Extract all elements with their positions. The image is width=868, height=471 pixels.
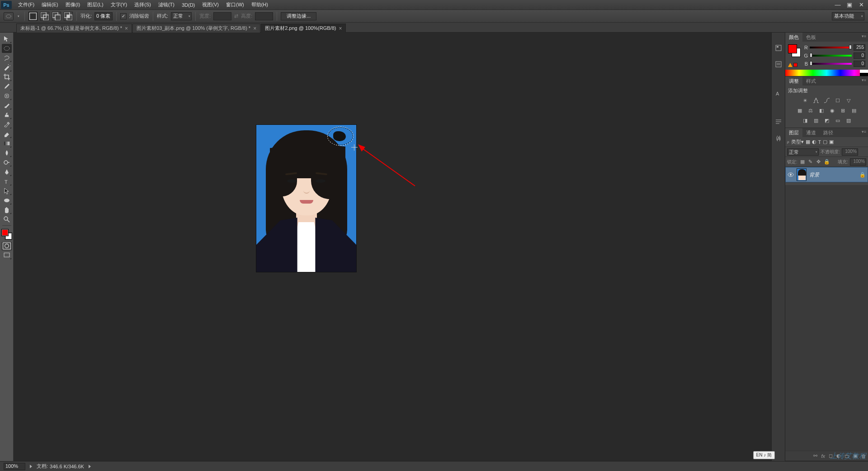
layer-fx-icon[interactable]: fx [821,453,825,459]
color-spectrum[interactable] [785,70,868,76]
layer-name[interactable]: 背景 [809,171,857,178]
b-slider[interactable] [810,62,852,66]
color-lookup-icon[interactable]: ▤ [850,107,858,114]
selection-mode-intersect[interactable] [64,12,73,21]
hue-saturation-icon[interactable]: ▦ [796,107,804,114]
crop-tool[interactable] [2,72,12,81]
document-tab[interactable]: 图片素材03_副本.png @ 100% (举例文字, RGB/8) *× [132,24,260,33]
new-group-icon[interactable]: 🗀 [844,453,849,459]
new-adjustment-icon[interactable]: ◐ [836,453,841,459]
layer-visibility-toggle[interactable] [788,171,794,178]
window-minimize-button[interactable]: — [832,1,844,9]
color-tab[interactable]: 颜色 [785,33,802,42]
paragraph-panel-icon[interactable] [774,118,783,127]
g-value[interactable]: 0 [854,52,865,59]
magic-wand-tool[interactable] [2,63,12,72]
menu-file[interactable]: 文件(F) [14,0,38,10]
pen-tool[interactable] [2,167,12,176]
elliptical-marquee-tool[interactable] [2,44,12,53]
blur-tool[interactable] [2,148,12,157]
lock-image-icon[interactable]: ✎ [807,159,814,165]
selection-mode-new[interactable] [28,12,38,21]
zoom-tool[interactable] [2,215,12,224]
info-panel-icon[interactable]: A [774,134,783,143]
character-panel-icon[interactable]: A [774,89,783,98]
layers-tab[interactable]: 图层 [785,128,802,137]
selective-color-icon[interactable]: ▧ [844,117,853,124]
delete-layer-icon[interactable]: 🗑 [861,453,866,459]
blend-mode-select[interactable]: 正常▾ [787,148,819,156]
g-slider[interactable] [810,53,852,58]
foreground-background-color[interactable] [1,229,12,240]
window-maximize-button[interactable]: ▣ [844,1,855,9]
b-value[interactable]: 0 [854,61,865,67]
posterize-icon[interactable]: ▥ [812,117,820,124]
screen-mode-toggle[interactable] [2,251,12,260]
lock-position-icon[interactable]: ✥ [816,159,822,165]
swatches-tab[interactable]: 色板 [802,33,820,42]
panel-menu-icon[interactable]: ▾≡ [862,34,866,38]
hand-tool[interactable] [2,205,12,214]
healing-brush-tool[interactable] [2,91,12,100]
menu-select[interactable]: 选择(S) [131,0,155,10]
menu-view[interactable]: 视图(V) [198,0,222,10]
type-tool[interactable]: T [2,177,12,186]
adjustments-tab[interactable]: 调整 [785,76,802,86]
panel-menu-icon[interactable]: ▾≡ [862,129,866,134]
lock-all-icon[interactable]: 🔒 [824,159,830,165]
levels-icon[interactable] [812,97,820,104]
brightness-contrast-icon[interactable]: ☀ [801,97,809,104]
tool-preset-dropdown[interactable]: ▾ [16,12,21,20]
tab-close-icon[interactable]: × [339,25,342,32]
fill-input[interactable]: 100% [850,158,866,166]
clone-stamp-tool[interactable] [2,110,12,119]
black-white-icon[interactable]: ◧ [817,107,826,114]
channels-tab[interactable]: 通道 [802,128,820,137]
doc-info-flyout-icon[interactable] [89,465,91,468]
selection-mode-subtract[interactable] [52,12,61,21]
feather-input[interactable]: 0 像素 [94,12,113,20]
web-safe-warning-icon[interactable] [793,63,797,67]
color-balance-icon[interactable]: ⚖ [807,107,815,114]
menu-3d[interactable]: 3D(D) [178,1,198,9]
photo-filter-icon[interactable]: ◉ [828,107,836,114]
panel-menu-icon[interactable]: ▾≡ [862,78,866,82]
history-panel-icon[interactable] [774,43,783,52]
filter-adjust-icon[interactable]: ◐ [812,139,816,145]
threshold-icon[interactable]: ◩ [823,117,831,124]
opacity-input[interactable]: 100% [842,148,858,156]
antialias-checkbox[interactable]: ✓ [120,13,127,19]
tab-close-icon[interactable]: × [253,25,256,32]
menu-edit[interactable]: 编辑(E) [38,0,62,10]
r-value[interactable]: 255 [854,44,865,51]
tab-close-icon[interactable]: × [125,25,128,32]
refine-edge-button[interactable]: 调整边缘... [281,12,316,20]
menu-type[interactable]: 文字(Y) [107,0,131,10]
curves-icon[interactable] [823,97,831,104]
panel-color-swatch[interactable] [788,44,801,57]
paths-tab[interactable]: 路径 [820,128,837,137]
vibrance-icon[interactable]: ▽ [844,97,853,104]
filter-shape-icon[interactable]: ▢ [823,139,827,145]
gradient-map-icon[interactable]: ▭ [834,117,842,124]
filter-smart-icon[interactable]: ▣ [829,139,834,145]
ime-indicator[interactable]: EN ♪ 简 [753,451,775,459]
layer-filter-kind[interactable]: 类型▾ [791,138,804,145]
menu-window[interactable]: 窗口(W) [222,0,248,10]
r-slider[interactable] [810,45,852,50]
styles-tab[interactable]: 样式 [802,76,820,86]
zoom-flyout-icon[interactable] [30,465,32,468]
link-layers-icon[interactable]: ⚯ [813,453,817,459]
menu-layer[interactable]: 图层(L) [84,0,107,10]
menu-help[interactable]: 帮助(H) [248,0,272,10]
window-close-button[interactable]: ✕ [855,1,867,9]
history-brush-tool[interactable] [2,120,12,129]
layer-thumbnail[interactable] [797,168,807,181]
selection-mode-add[interactable] [40,12,49,21]
lock-transparency-icon[interactable]: ▦ [799,159,806,165]
exposure-icon[interactable]: ☐ [834,97,842,104]
canvas-area[interactable] [14,33,771,461]
eyedropper-tool[interactable] [2,82,12,91]
gradient-tool[interactable] [2,139,12,148]
shape-tool[interactable] [2,196,12,205]
